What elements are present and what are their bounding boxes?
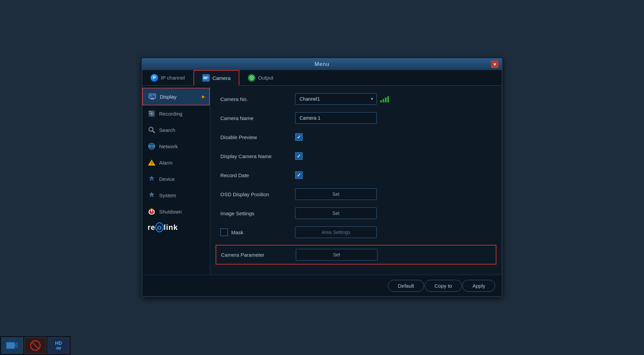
- device-icon: [148, 175, 156, 183]
- camera-name-row: Camera Name: [220, 112, 492, 124]
- svg-text:!: !: [151, 161, 153, 165]
- disable-preview-control: ✓: [295, 133, 492, 141]
- area-settings-button[interactable]: Area Settings: [295, 226, 377, 238]
- record-date-control: ✓: [295, 171, 492, 179]
- image-settings-row: Image Settings Set: [220, 207, 492, 220]
- image-set-button[interactable]: Set: [295, 207, 377, 219]
- camera-name-label: Camera Name: [220, 115, 295, 121]
- sidebar-item-device-label: Device: [159, 176, 175, 182]
- search-icon: [148, 126, 156, 134]
- reolink-logo: reolink: [142, 220, 210, 237]
- osd-display-label: OSD Display Position: [220, 191, 295, 197]
- svg-rect-24: [7, 343, 14, 348]
- tab-output-label: Output: [258, 75, 273, 81]
- hd-text: HD: [55, 341, 62, 346]
- sidebar-item-search-label: Search: [159, 127, 175, 133]
- sidebar-item-system-label: System: [159, 192, 176, 198]
- mask-checkbox[interactable]: [220, 229, 228, 236]
- image-settings-control: Set: [295, 207, 492, 219]
- sidebar-item-alarm-label: Alarm: [159, 160, 172, 166]
- record-date-label: Record Date: [220, 172, 295, 178]
- recording-icon: [148, 109, 156, 118]
- osd-set-button[interactable]: Set: [295, 188, 377, 200]
- sidebar-item-display-label: Display: [160, 94, 176, 100]
- sidebar-item-alarm[interactable]: ! Alarm: [142, 154, 210, 171]
- tab-output[interactable]: Output: [239, 70, 282, 85]
- shutdown-icon: [148, 207, 156, 216]
- menu-window: Menu × IP IP channel: [142, 58, 502, 297]
- camera-no-control: Channel1 Channel2 Channel3 Channel4 ▼: [295, 93, 492, 105]
- window-title: Menu: [315, 61, 329, 67]
- display-camera-name-checkbox[interactable]: ✓: [295, 152, 303, 160]
- disable-preview-checkbox[interactable]: ✓: [295, 133, 303, 141]
- camera-parameter-row: Camera Parameter Set: [216, 245, 496, 265]
- camera-no-label: Camera No.: [220, 96, 295, 102]
- hd-resolution: 4M: [56, 346, 61, 350]
- svg-point-13: [149, 127, 153, 131]
- display-camera-name-control: ✓: [295, 152, 492, 160]
- svg-marker-23: [15, 342, 18, 348]
- camera-name-input[interactable]: [295, 112, 377, 124]
- svg-line-14: [153, 131, 155, 133]
- sidebar-item-network[interactable]: Network: [142, 138, 210, 154]
- sidebar: Display ▶ Recording: [142, 86, 210, 275]
- content-area: Display ▶ Recording: [142, 86, 502, 275]
- svg-rect-4: [151, 98, 154, 99]
- sidebar-item-shutdown[interactable]: Shutdown: [142, 203, 210, 220]
- output-icon: [248, 74, 255, 82]
- sidebar-item-display[interactable]: Display ▶: [142, 88, 210, 105]
- tab-ip-channel-label: IP channel: [161, 75, 185, 81]
- display-icon: [148, 92, 156, 101]
- taskbar-camera-icon[interactable]: [1, 337, 23, 354]
- title-bar: Menu ×: [142, 58, 502, 70]
- mask-label: Mask: [220, 229, 295, 236]
- camera-icon: [202, 74, 210, 82]
- camera-param-set-button[interactable]: Set: [296, 249, 377, 260]
- image-settings-label: Image Settings: [220, 210, 295, 216]
- sidebar-item-recording[interactable]: Recording: [142, 105, 210, 122]
- signal-icon: [380, 96, 389, 102]
- close-button[interactable]: ×: [491, 61, 498, 68]
- mask-label-text: Mask: [231, 230, 243, 235]
- display-arrow-icon: ▶: [202, 94, 205, 99]
- copy-to-button[interactable]: Copy to: [425, 280, 462, 292]
- svg-rect-0: [203, 77, 207, 79]
- sidebar-item-network-label: Network: [159, 143, 178, 149]
- default-button[interactable]: Default: [388, 280, 424, 292]
- svg-rect-12: [149, 111, 150, 112]
- mask-row: Mask Area Settings: [220, 226, 492, 239]
- svg-marker-1: [207, 76, 208, 79]
- svg-point-11: [151, 113, 153, 115]
- bottom-bar: Default Copy to Apply: [142, 275, 502, 297]
- camera-name-control: [295, 112, 492, 124]
- tab-camera[interactable]: Camera: [193, 70, 239, 86]
- tab-bar: IP IP channel Camera: [142, 70, 502, 86]
- tab-ip-channel[interactable]: IP IP channel: [142, 70, 193, 85]
- camera-parameter-control: Set: [296, 249, 491, 260]
- disable-preview-row: Disable Preview ✓: [220, 131, 492, 143]
- record-date-row: Record Date ✓: [220, 169, 492, 182]
- svg-point-19: [151, 178, 153, 180]
- record-date-checkbox[interactable]: ✓: [295, 171, 303, 179]
- taskbar-blocked-icon[interactable]: [24, 337, 46, 354]
- tab-camera-label: Camera: [213, 75, 231, 81]
- taskbar-hd-icon[interactable]: HD 4M: [48, 337, 69, 354]
- apply-button[interactable]: Apply: [462, 280, 495, 292]
- svg-rect-5: [150, 99, 154, 100]
- taskbar: HD 4M: [0, 336, 71, 355]
- ip-icon: IP: [151, 74, 158, 82]
- desktop: Menu × IP IP channel: [0, 0, 644, 355]
- camera-parameter-label: Camera Parameter: [221, 252, 296, 258]
- sidebar-item-system[interactable]: System: [142, 187, 210, 203]
- alarm-icon: !: [148, 158, 156, 167]
- osd-display-row: OSD Display Position Set: [220, 188, 492, 201]
- sidebar-item-device[interactable]: Device: [142, 171, 210, 187]
- camera-no-select[interactable]: Channel1 Channel2 Channel3 Channel4: [295, 93, 377, 105]
- svg-rect-7: [150, 95, 152, 97]
- sidebar-item-search[interactable]: Search: [142, 122, 210, 138]
- sidebar-item-shutdown-label: Shutdown: [159, 209, 182, 215]
- camera-no-select-container: Channel1 Channel2 Channel3 Channel4 ▼: [295, 93, 377, 105]
- network-icon: [148, 142, 156, 150]
- osd-display-control: Set: [295, 188, 492, 200]
- svg-line-26: [32, 342, 39, 349]
